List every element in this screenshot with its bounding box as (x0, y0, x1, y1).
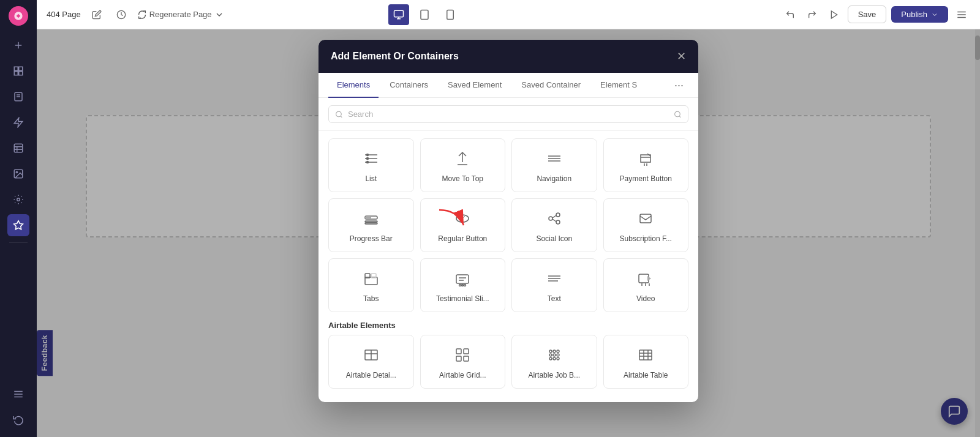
svg-rect-83 (456, 356, 461, 361)
navigation-icon (543, 148, 565, 170)
svg-rect-6 (19, 72, 23, 75)
save-button[interactable]: Save (848, 6, 887, 23)
element-tabs[interactable]: Tabs (328, 258, 414, 312)
svg-rect-4 (19, 67, 23, 70)
sidebar-list-icon[interactable] (7, 383, 29, 405)
sidebar-lightning-icon[interactable] (7, 111, 29, 133)
social-icon-icon (543, 207, 565, 230)
element-airtable-job-b[interactable]: Airtable Job B... (511, 335, 597, 389)
history-icon-btn[interactable] (113, 6, 130, 23)
search-box (328, 105, 688, 123)
navigation-label: Navigation (537, 174, 571, 183)
airtable-grid-label: Airtable Grid... (439, 371, 486, 379)
modal-close-btn[interactable]: ✕ (677, 50, 686, 63)
grid-row-2: Progress Bar Regular Button (328, 198, 688, 252)
svg-marker-18 (14, 221, 23, 230)
social-icon-label: Social Icon (536, 234, 572, 243)
element-progress-bar[interactable]: Progress Bar (328, 198, 414, 252)
tab-containers[interactable]: Containers (381, 73, 437, 98)
tabs-icon (360, 267, 382, 289)
element-video[interactable]: Video (603, 258, 689, 312)
undo-btn[interactable] (782, 6, 799, 23)
grid-row-1: List Move To Top Navigation (328, 138, 688, 192)
modal-search-area (318, 98, 698, 131)
element-airtable-table[interactable]: Airtable Table (603, 335, 689, 389)
sidebar-components-icon[interactable] (7, 60, 29, 82)
sidebar-refresh-icon[interactable] (7, 409, 29, 431)
element-regular-button[interactable]: Regular Button (420, 198, 506, 252)
svg-point-69 (464, 285, 466, 286)
svg-rect-51 (365, 221, 377, 222)
modal-title: Add Element Or Containers (331, 51, 459, 62)
tabs-more-btn[interactable]: ··· (669, 74, 688, 97)
redo-btn[interactable] (804, 6, 821, 23)
element-airtable-grid[interactable]: Airtable Grid... (420, 335, 506, 389)
tab-elements[interactable]: Elements (328, 73, 379, 98)
svg-point-67 (462, 285, 464, 286)
move-to-top-label: Move To Top (442, 174, 483, 183)
payment-button-icon (635, 148, 657, 170)
regular-button-label: Regular Button (438, 234, 487, 243)
publish-button[interactable]: Publish (891, 6, 948, 23)
mobile-device-btn[interactable] (440, 4, 461, 25)
page-name: 404 Page (47, 10, 81, 19)
svg-rect-3 (14, 67, 18, 70)
svg-point-88 (549, 354, 552, 356)
desktop-device-btn[interactable] (388, 4, 409, 25)
sidebar-pages-icon[interactable] (7, 86, 29, 108)
svg-point-36 (675, 111, 680, 117)
regenerate-label: Regenerate Page (149, 10, 212, 19)
svg-rect-23 (394, 10, 403, 17)
tab-saved-container[interactable]: Saved Container (513, 73, 589, 98)
testimonial-sli-icon (451, 267, 473, 289)
svg-point-92 (553, 357, 556, 360)
svg-line-58 (552, 215, 556, 218)
svg-marker-10 (14, 118, 23, 127)
tablet-device-btn[interactable] (414, 4, 435, 25)
svg-point-34 (336, 111, 342, 117)
svg-rect-81 (456, 349, 461, 354)
app-logo[interactable] (9, 6, 28, 26)
text-label: Text (548, 294, 561, 303)
tab-saved-element[interactable]: Saved Element (439, 73, 510, 98)
element-subscription-f[interactable]: Subscription F... (603, 198, 689, 252)
search-submit-icon (674, 110, 682, 119)
svg-point-41 (366, 154, 368, 156)
element-text[interactable]: Text (511, 258, 597, 312)
topbar-menu-btn[interactable] (953, 6, 970, 23)
element-testimonial-sli[interactable]: Testimonial Sli... (420, 258, 506, 312)
sidebar-image-icon[interactable] (7, 163, 29, 185)
sidebar-add-btn[interactable] (7, 34, 29, 56)
device-switcher (388, 4, 461, 25)
list-label: List (365, 174, 377, 183)
element-move-to-top[interactable]: Move To Top (420, 138, 506, 192)
regular-button-icon (451, 207, 473, 230)
element-navigation[interactable]: Navigation (511, 138, 597, 192)
svg-rect-94 (639, 350, 652, 360)
svg-rect-73 (639, 274, 649, 283)
main-content: Add Element Or Containers ✕ Elements Con… (37, 29, 980, 437)
sidebar-table-icon[interactable] (7, 137, 29, 159)
sidebar-magic-icon[interactable] (7, 214, 29, 236)
modal-overlay[interactable]: Add Element Or Containers ✕ Elements Con… (37, 29, 980, 437)
search-input[interactable] (348, 110, 669, 119)
svg-line-59 (552, 219, 556, 222)
element-payment-button[interactable]: Payment Button (603, 138, 689, 192)
svg-point-17 (17, 198, 20, 201)
sidebar-bottom (7, 383, 29, 431)
element-list[interactable]: List (328, 138, 414, 192)
element-airtable-details[interactable]: Airtable Detai... (328, 335, 414, 389)
sidebar-settings-icon[interactable] (7, 189, 29, 211)
tab-element-s[interactable]: Element S (592, 73, 646, 98)
svg-point-55 (556, 213, 560, 217)
svg-rect-60 (640, 214, 651, 223)
edit-icon-btn[interactable] (88, 6, 105, 23)
element-social-icon[interactable]: Social Icon (511, 198, 597, 252)
play-btn[interactable] (826, 6, 843, 23)
regenerate-btn[interactable]: Regenerate Page (137, 10, 224, 20)
svg-point-87 (557, 350, 559, 353)
svg-line-35 (341, 116, 342, 117)
airtable-details-icon (360, 344, 382, 366)
airtable-job-b-label: Airtable Job B... (528, 371, 580, 379)
elements-grid: List Move To Top Navigation (318, 131, 698, 402)
